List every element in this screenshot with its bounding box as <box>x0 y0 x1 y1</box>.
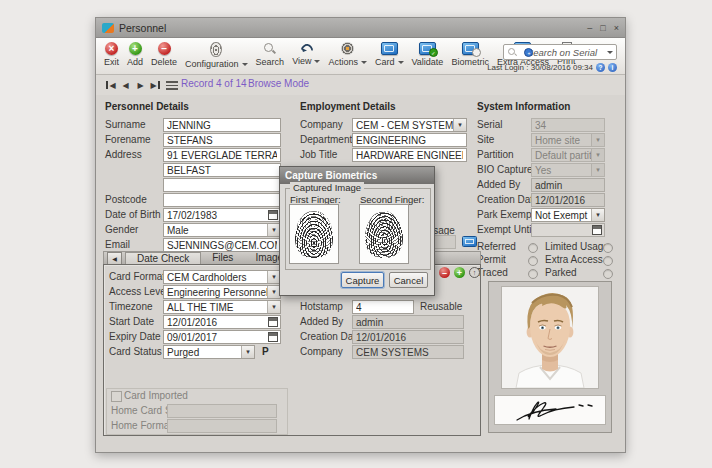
search-button[interactable]: Search <box>252 41 289 68</box>
minimize-icon[interactable]: – <box>587 23 592 33</box>
biometric-button[interactable]: Biometric <box>447 41 493 68</box>
configuration-button[interactable]: Configuration <box>181 41 252 70</box>
job-title-input[interactable] <box>352 148 467 162</box>
delete-icon: – <box>158 42 171 55</box>
hotstamp-input[interactable] <box>352 300 414 314</box>
signature <box>495 396 605 424</box>
start-date-label: Start Date <box>109 316 154 327</box>
reusable-link[interactable]: Reusable <box>420 301 462 312</box>
hotstamp-label: Hotstamp <box>300 301 343 312</box>
card-imported-label: Card Imported <box>124 390 188 401</box>
card-usage-icon[interactable] <box>462 236 477 247</box>
chevron-down-icon[interactable] <box>607 51 613 57</box>
card-imported-checkbox[interactable] <box>111 391 122 402</box>
address-line1-input[interactable] <box>163 148 281 162</box>
chevron-down-icon: ▾ <box>241 346 254 358</box>
capture-button[interactable]: Capture <box>341 272 384 288</box>
app-icon <box>102 23 114 33</box>
permit-radio[interactable] <box>528 256 538 266</box>
close-icon[interactable]: × <box>614 23 619 33</box>
calendar-icon[interactable] <box>268 332 278 342</box>
company-select[interactable]: CEM - CEM SYSTEMS ▾ <box>352 118 467 132</box>
maximize-icon[interactable]: □ <box>600 23 605 33</box>
exit-button[interactable]: × Exit <box>100 41 123 68</box>
referred-radio[interactable] <box>528 243 538 253</box>
record-counter: Record 4 of 14 <box>181 78 247 89</box>
chevron-down-icon <box>242 63 248 69</box>
gender-select[interactable]: Male ▾ <box>163 223 281 237</box>
park-exemption-select[interactable]: Not Exempt ▾ <box>531 208 605 222</box>
search-label: Search <box>256 57 285 67</box>
tab-files[interactable]: Files <box>201 252 244 264</box>
record-list-icon[interactable] <box>166 81 178 90</box>
biometric-label: Biometric <box>451 57 489 67</box>
card-status-select[interactable]: Purged ▾ <box>163 345 255 359</box>
chevron-down-icon: ▾ <box>591 164 604 176</box>
parked-radio[interactable] <box>603 269 613 279</box>
upload-record-icon[interactable]: ↑ <box>469 267 480 278</box>
limited-usage-radio[interactable] <box>603 243 613 253</box>
extra-access-flag-label: Extra Access <box>545 254 603 265</box>
serial-search-combobox[interactable]: Search on Serial <box>503 44 617 60</box>
calendar-icon[interactable] <box>268 317 278 327</box>
exit-icon: × <box>105 42 118 55</box>
access-level-select[interactable]: Engineering Personnel ▾ <box>163 285 281 299</box>
address-line2-input[interactable] <box>163 163 281 177</box>
actions-label: Actions <box>328 57 358 67</box>
card-label: Card <box>375 57 395 67</box>
address-label: Address <box>105 149 142 160</box>
permit-label: Permit <box>477 254 506 265</box>
traced-radio[interactable] <box>528 269 538 279</box>
tab-date-check[interactable]: Date Check <box>125 252 201 265</box>
cancel-button[interactable]: Cancel <box>389 272 428 288</box>
help-icon[interactable]: ? <box>596 63 605 72</box>
delete-button[interactable]: – Delete <box>147 41 181 68</box>
view-button[interactable]: View <box>288 41 324 67</box>
title-bar[interactable]: Personnel – □ × <box>96 18 625 38</box>
limited-usage-label: Limited Usage <box>545 241 609 252</box>
delete-record-icon[interactable]: – <box>439 267 450 278</box>
exit-label: Exit <box>104 57 119 67</box>
next-record-button[interactable]: ▶ <box>134 79 147 91</box>
home-card-serial-input <box>167 404 277 418</box>
validate-card-icon: ✓ <box>419 42 436 55</box>
first-record-button[interactable]: ◀ <box>104 79 117 91</box>
capture-biometrics-dialog: Capture Biometrics Captured Image First … <box>279 166 435 296</box>
referred-label: Referred <box>477 241 516 252</box>
start-date-field[interactable]: 12/01/2016 <box>163 315 281 329</box>
extra-access-radio[interactable] <box>603 256 613 266</box>
chevron-down-icon: ▾ <box>591 209 604 221</box>
search-icon <box>507 47 517 57</box>
traced-label: Traced <box>477 267 508 278</box>
calendar-icon[interactable] <box>592 225 602 235</box>
last-record-button[interactable]: ▶ <box>149 79 162 91</box>
site-select: Home site ▾ <box>531 133 605 147</box>
chevron-down-icon <box>314 60 320 66</box>
timezone-select[interactable]: ALL THE TIME ▾ <box>163 300 281 314</box>
previous-record-button[interactable]: ◀ <box>119 79 132 91</box>
department-input[interactable] <box>352 133 467 147</box>
exempt-until-field[interactable] <box>531 223 605 237</box>
forename-input[interactable] <box>163 133 281 147</box>
chevron-down-icon: ▾ <box>453 119 466 131</box>
expiry-date-field[interactable]: 09/01/2017 <box>163 330 281 344</box>
home-format-label: Home Format <box>111 420 172 431</box>
date-of-birth-field[interactable]: 17/02/1983 <box>163 208 281 222</box>
info-icon[interactable]: i <box>608 63 617 72</box>
personnel-details-title: Personnel Details <box>105 101 189 112</box>
actions-button[interactable]: Actions <box>324 41 371 68</box>
card-format-select[interactable]: CEM Cardholders ▾ <box>163 270 281 284</box>
calendar-icon[interactable] <box>268 210 278 220</box>
card-icon <box>381 42 398 55</box>
surname-input[interactable] <box>163 118 281 132</box>
postcode-input[interactable] <box>163 193 281 207</box>
toolbar: × Exit + Add – Delete Configuration Sear… <box>96 38 625 75</box>
email-input[interactable] <box>163 238 281 252</box>
address-line3-input[interactable] <box>163 178 281 192</box>
add-record-icon[interactable]: + <box>454 267 465 278</box>
validate-button[interactable]: ✓ Validate <box>408 41 448 68</box>
date-of-birth-label: Date of Birth <box>105 209 161 220</box>
add-button[interactable]: + Add <box>123 41 147 68</box>
tab-scroll-left-button[interactable]: ◀ <box>107 252 122 265</box>
card-button[interactable]: Card <box>371 41 408 68</box>
